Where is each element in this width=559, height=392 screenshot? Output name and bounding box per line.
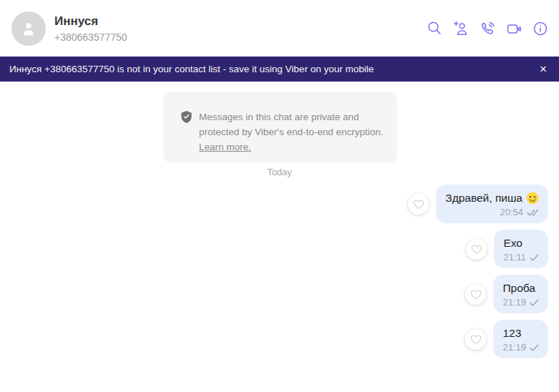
heart-icon (413, 199, 424, 210)
message-bubble[interactable]: Ехо 21:11 (494, 230, 548, 268)
message-text: 123 (502, 325, 521, 340)
message-bubble[interactable]: Проба 21:19 (493, 275, 548, 313)
add-contact-icon (452, 20, 470, 37)
info-icon (532, 20, 549, 37)
person-icon (19, 19, 38, 38)
message-text: Здравей, пиша (445, 190, 522, 205)
info-button[interactable] (532, 20, 549, 37)
heart-icon (470, 334, 482, 345)
like-button[interactable] (466, 239, 487, 260)
message-time: 20:54 (500, 207, 523, 218)
date-divider: Today (0, 167, 559, 177)
check-icon (530, 254, 539, 262)
add-contact-button[interactable] (452, 20, 470, 37)
message-row: Здравей, пиша 20:54 (408, 185, 548, 223)
learn-more-link[interactable]: Learn more. (199, 139, 251, 155)
call-button[interactable] (479, 20, 496, 37)
not-in-contacts-banner: Иннуся +380663577750 is not in your cont… (0, 57, 559, 82)
message-text: Проба (502, 280, 535, 295)
shield-check-icon (180, 110, 193, 124)
message-time: 21:11 (503, 252, 526, 263)
message-row: Проба 21:19 (465, 275, 548, 313)
header-actions (426, 20, 549, 37)
chat-title: Иннуся (54, 14, 426, 29)
call-icon (479, 20, 496, 37)
check-icon (530, 299, 539, 307)
search-button[interactable] (426, 20, 443, 37)
like-button[interactable] (465, 284, 486, 305)
message-row: Ехо 21:11 (466, 230, 548, 268)
message-time: 21:19 (502, 342, 526, 353)
encryption-notice-text: Messages in this chat are private and pr… (199, 112, 383, 137)
chat-header: Иннуся +380663577750 (0, 0, 559, 57)
double-check-icon (527, 209, 539, 217)
message-text: Ехо (503, 235, 522, 250)
chat-phone-number: +380663577750 (54, 31, 426, 43)
close-icon[interactable]: × (537, 62, 550, 77)
message-list: Здравей, пиша 20:54 (408, 185, 548, 358)
message-row: 123 21:19 (465, 320, 548, 358)
message-time: 21:19 (502, 297, 526, 308)
heart-icon (470, 289, 482, 300)
video-call-button[interactable] (505, 20, 522, 37)
search-icon (426, 20, 443, 37)
check-icon (530, 344, 539, 352)
smiling-face-emoji (526, 192, 539, 205)
message-bubble[interactable]: Здравей, пиша 20:54 (436, 185, 548, 223)
encryption-notice: Messages in this chat are private and pr… (163, 92, 397, 163)
viber-chat-window: Иннуся +380663577750 (0, 0, 559, 392)
encryption-notice-body: Messages in this chat are private and pr… (199, 109, 384, 163)
heart-icon (471, 244, 482, 255)
message-bubble[interactable]: 123 21:19 (493, 320, 548, 358)
avatar[interactable] (11, 11, 46, 46)
like-button[interactable] (465, 329, 486, 350)
chat-header-text: Иннуся +380663577750 (54, 14, 426, 43)
banner-text: Иннуся +380663577750 is not in your cont… (9, 64, 537, 74)
video-call-icon (505, 20, 522, 37)
like-button[interactable] (408, 194, 429, 215)
